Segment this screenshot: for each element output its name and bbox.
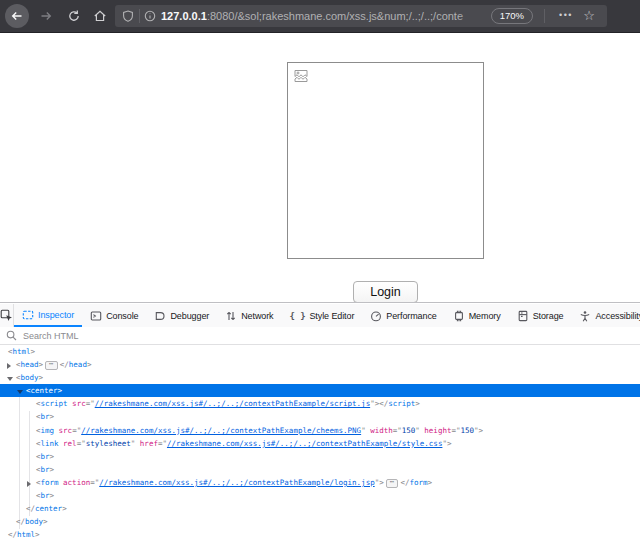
- markup-tag: script: [388, 399, 415, 408]
- zoom-indicator[interactable]: 170%: [491, 8, 533, 24]
- markup-punct: </: [16, 517, 25, 526]
- markup-punct: >: [428, 478, 433, 487]
- markup-row[interactable]: <body>: [0, 371, 640, 384]
- tab-memory[interactable]: Memory: [445, 304, 509, 327]
- markup-tag: br: [41, 491, 50, 500]
- markup-tag: html: [13, 347, 31, 356]
- markup-tag: center: [31, 386, 58, 395]
- markup-punct: >: [50, 491, 55, 500]
- markup-row[interactable]: <form action="//rakeshmane.com/xss.js#/.…: [0, 476, 640, 489]
- markup-tag: body: [25, 517, 43, 526]
- markup-tag: script: [41, 399, 68, 408]
- markup-link[interactable]: //rakeshmane.com/xss.js#/..;/..;/context…: [99, 478, 374, 487]
- markup-row[interactable]: <br>: [0, 489, 640, 502]
- bookmark-star-icon[interactable]: ☆: [583, 5, 595, 27]
- tab-performance[interactable]: Performance: [362, 304, 444, 327]
- urlbar-divider-2: [544, 9, 545, 23]
- tab-console[interactable]: Console: [82, 304, 146, 327]
- collapse-twisty-icon[interactable]: [7, 377, 13, 381]
- markup-punct: =": [72, 426, 81, 435]
- markup-punct: </: [26, 504, 35, 513]
- accessibility-icon: [579, 310, 591, 322]
- expand-twisty-icon[interactable]: [7, 363, 11, 369]
- markup-row[interactable]: <link rel="stylesheet" href="//rakeshman…: [0, 437, 640, 450]
- collapsed-children-badge[interactable]: ⋯: [45, 361, 58, 370]
- page-actions-button[interactable]: •••: [559, 5, 573, 27]
- tab-network[interactable]: Network: [217, 304, 281, 327]
- broken-image-placeholder: [287, 62, 484, 259]
- markup-punct: >: [43, 517, 48, 526]
- debugger-icon: [154, 310, 166, 322]
- markup-row-selected[interactable]: <center>: [0, 384, 640, 397]
- tab-debugger[interactable]: Debugger: [146, 304, 217, 327]
- performance-icon: [370, 310, 382, 322]
- collapse-twisty-icon[interactable]: [17, 390, 23, 394]
- markup-row[interactable]: </center>: [0, 502, 640, 515]
- search-icon: [6, 330, 17, 341]
- url-bar[interactable]: 127.0.0.1:8080/&sol;rakeshmane.com/xss.j…: [115, 5, 607, 27]
- markup-attr-name: href: [135, 439, 158, 448]
- tab-inspector[interactable]: Inspector: [14, 304, 82, 327]
- url-host: 127.0.0.1: [161, 10, 207, 22]
- devtools-search-bar: [0, 327, 640, 345]
- markup-punct: >: [35, 530, 40, 539]
- markup-row[interactable]: <br>: [0, 463, 640, 476]
- tracking-shield-icon[interactable]: [122, 5, 134, 27]
- html-markup-tree: <html><head>⋯</head><body><center><scrip…: [0, 345, 640, 558]
- markup-row[interactable]: <html>: [0, 345, 640, 358]
- tab-label: Debugger: [170, 311, 209, 321]
- browser-window: 127.0.0.1:8080/&sol;rakeshmane.com/xss.j…: [0, 0, 640, 558]
- markup-row[interactable]: </html>: [0, 528, 640, 541]
- markup-link[interactable]: //rakeshmane.com/xss.js#/..;/..;/context…: [95, 399, 370, 408]
- tab-accessibility[interactable]: Accessibility: [571, 304, 640, 327]
- markup-punct: =": [393, 426, 402, 435]
- markup-punct: ">: [474, 426, 483, 435]
- back-button[interactable]: [5, 4, 29, 28]
- markup-punct: =": [86, 399, 95, 408]
- reload-button[interactable]: [62, 4, 86, 28]
- login-button[interactable]: Login: [353, 281, 418, 303]
- urlbar-divider: [139, 9, 140, 23]
- markup-link[interactable]: //rakeshmane.com/xss.js#/..;/..;/context…: [81, 426, 361, 435]
- markup-tag: link: [41, 439, 59, 448]
- markup-row[interactable]: <head>⋯</head>: [0, 358, 640, 371]
- markup-row[interactable]: </body>: [0, 515, 640, 528]
- markup-row[interactable]: <br>: [0, 410, 640, 423]
- site-info-icon[interactable]: [144, 5, 156, 27]
- markup-attr-name: src: [54, 426, 72, 435]
- tab-storage[interactable]: Storage: [509, 304, 572, 327]
- arrow-right-icon: [39, 9, 53, 23]
- console-icon: [90, 310, 102, 322]
- markup-row[interactable]: <br>: [0, 450, 640, 463]
- markup-tag: br: [41, 465, 50, 474]
- markup-punct: >: [62, 504, 67, 513]
- markup-attr-value: 150: [460, 426, 474, 435]
- markup-punct: >: [39, 373, 44, 382]
- markup-row[interactable]: <script src="//rakeshmane.com/xss.js#/..…: [0, 397, 640, 410]
- tab-style-editor[interactable]: { } Style Editor: [282, 304, 363, 327]
- markup-punct: >: [39, 360, 44, 369]
- markup-punct: =": [90, 478, 99, 487]
- url-path: :8080/&sol;rakeshmane.com/xss.js&num;/..…: [207, 10, 463, 22]
- arrow-left-icon: [10, 9, 24, 23]
- forward-button[interactable]: [34, 4, 58, 28]
- markup-punct: >: [50, 412, 55, 421]
- markup-tag: img: [41, 426, 55, 435]
- page-viewport: Login: [0, 33, 640, 302]
- markup-row[interactable]: <img src="//rakeshmane.com/xss.js#/..;/.…: [0, 424, 640, 437]
- markup-link[interactable]: //rakeshmane.com/xss.js#/..;/..;/context…: [167, 439, 442, 448]
- markup-punct: >: [31, 347, 36, 356]
- markup-punct: ">: [370, 399, 379, 408]
- url-text[interactable]: 127.0.0.1:8080/&sol;rakeshmane.com/xss.j…: [161, 5, 491, 27]
- home-button[interactable]: [88, 4, 112, 28]
- markup-punct: >: [50, 452, 55, 461]
- tab-label: Network: [241, 311, 273, 321]
- expand-twisty-icon[interactable]: [27, 481, 31, 487]
- tab-label: Style Editor: [309, 311, 354, 321]
- markup-punct: >: [415, 399, 420, 408]
- markup-attr-value: 150: [402, 426, 416, 435]
- collapsed-children-badge[interactable]: ⋯: [386, 479, 399, 488]
- search-input[interactable]: [21, 330, 325, 342]
- tab-label: Performance: [386, 311, 436, 321]
- element-picker-button[interactable]: [0, 304, 14, 327]
